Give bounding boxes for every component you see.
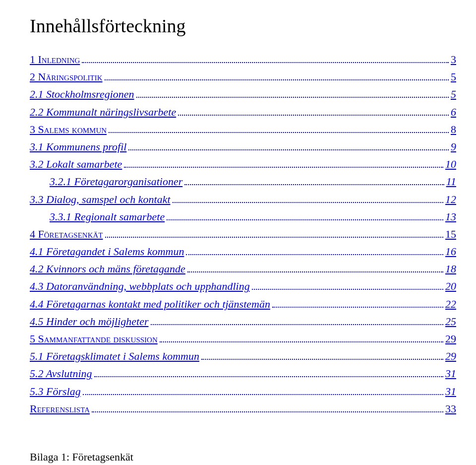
toc-entry-link[interactable]: 3 Salems kommun bbox=[30, 121, 107, 138]
appendix-list: Bilaga 1: FöretagsenkätBilaga 2: Intervj… bbox=[30, 447, 456, 465]
toc-entry: 3.2 Lokalt samarbete10 bbox=[30, 155, 456, 173]
toc-page-link[interactable]: 33 bbox=[445, 400, 456, 417]
toc-entry-link[interactable]: 5.2 Avslutning bbox=[30, 365, 92, 382]
toc-entry-link[interactable]: 1 Inledning bbox=[30, 51, 80, 68]
page: Innehållsförteckning 1 Inledning32 Närin… bbox=[0, 0, 476, 465]
toc-entry: 4.1 Företagandet i Salems kommun16 bbox=[30, 243, 456, 260]
toc-entry-link[interactable]: 4.4 Företagarnas kontakt med politiker o… bbox=[30, 295, 270, 313]
toc-leaders bbox=[167, 208, 443, 220]
toc-leaders bbox=[94, 365, 444, 377]
toc-entry-link[interactable]: 3.3.1 Regionalt samarbete bbox=[50, 208, 165, 225]
toc-leaders bbox=[124, 156, 443, 168]
toc-entry: 3 Salems kommun8 bbox=[30, 121, 456, 138]
toc-page-link[interactable]: 12 bbox=[445, 191, 456, 208]
toc-entry-link[interactable]: 5.3 Förslag bbox=[30, 383, 81, 400]
toc-entry-link[interactable]: 5.1 Företagsklimatet i Salems kommun bbox=[30, 347, 199, 365]
toc-entry-link[interactable]: 4.1 Företagandet i Salems kommun bbox=[30, 243, 184, 260]
toc-entry-link[interactable]: 4 Företagsenkät bbox=[30, 225, 103, 243]
toc-page-link[interactable]: 8 bbox=[451, 121, 456, 138]
toc-page-link[interactable]: 20 bbox=[445, 277, 456, 295]
toc-entry-link[interactable]: 4.3 Datoranvändning, webbplats och uppha… bbox=[30, 277, 250, 295]
toc-entry: 5.1 Företagsklimatet i Salems kommun29 bbox=[30, 347, 456, 365]
toc-entry: 2.1 Stockholmsregionen5 bbox=[30, 85, 456, 103]
page-title: Innehållsförteckning bbox=[30, 15, 456, 37]
toc-entry: 1 Inledning3 bbox=[30, 51, 456, 68]
toc-entry: 5.2 Avslutning31 bbox=[30, 365, 456, 382]
toc-entry: 2.2 Kommunalt näringslivsarbete6 bbox=[30, 103, 456, 121]
toc-entry-link[interactable]: Referenslista bbox=[30, 400, 90, 417]
toc-entry-link[interactable]: 4.2 Kvinnors och mäns företagande bbox=[30, 260, 185, 277]
toc-page-link[interactable]: 13 bbox=[445, 208, 456, 225]
toc-entry: 4 Företagsenkät15 bbox=[30, 225, 456, 243]
toc-entry-link[interactable]: 4.5 Hinder och möjligheter bbox=[30, 313, 149, 330]
toc-leaders bbox=[186, 243, 443, 255]
toc-page-link[interactable]: 25 bbox=[445, 313, 456, 330]
toc-entry-link[interactable]: 3.3 Dialog, samspel och kontakt bbox=[30, 191, 171, 208]
toc-leaders bbox=[136, 86, 449, 98]
toc-entry-link[interactable]: 3.2 Lokalt samarbete bbox=[30, 155, 122, 173]
toc-leaders bbox=[109, 121, 449, 133]
toc-page-link[interactable]: 18 bbox=[445, 260, 456, 277]
toc-leaders bbox=[178, 104, 449, 116]
toc-entry: 3.3 Dialog, samspel och kontakt12 bbox=[30, 191, 456, 208]
toc-page-link[interactable]: 31 bbox=[445, 383, 456, 400]
toc-entry-link[interactable]: 3.1 Kommunens profil bbox=[30, 138, 126, 155]
toc-entry-link[interactable]: 2.1 Stockholmsregionen bbox=[30, 85, 134, 103]
toc-page-link[interactable]: 3 bbox=[451, 51, 456, 68]
toc-leaders bbox=[82, 51, 449, 63]
toc-page-link[interactable]: 16 bbox=[445, 243, 456, 260]
toc-page-link[interactable]: 6 bbox=[451, 103, 456, 121]
toc-entry: 3.1 Kommunens profil9 bbox=[30, 138, 456, 155]
toc-entry-link[interactable]: 2 Näringspolitik bbox=[30, 68, 103, 85]
toc-page-link[interactable]: 9 bbox=[451, 138, 456, 155]
toc-entry: 4.4 Företagarnas kontakt med politiker o… bbox=[30, 295, 456, 313]
toc-leaders bbox=[160, 331, 443, 342]
toc-leaders bbox=[151, 313, 443, 325]
toc-leaders bbox=[105, 226, 443, 238]
toc-entry: 4.5 Hinder och möjligheter25 bbox=[30, 313, 456, 330]
toc-page-link[interactable]: 22 bbox=[445, 295, 456, 313]
toc-leaders bbox=[83, 383, 443, 395]
appendix-item: Bilaga 1: Företagsenkät bbox=[30, 447, 456, 465]
toc-leaders bbox=[184, 173, 444, 185]
toc-page-link[interactable]: 29 bbox=[445, 330, 456, 347]
toc-leaders bbox=[173, 191, 443, 203]
toc-leaders bbox=[128, 138, 449, 150]
toc-entry-link[interactable]: 3.2.1 Företagarorganisationer bbox=[50, 173, 182, 190]
toc-leaders bbox=[92, 400, 443, 412]
toc-leaders bbox=[105, 68, 449, 80]
toc-leaders bbox=[187, 261, 443, 272]
toc-page-link[interactable]: 5 bbox=[451, 85, 456, 103]
toc-entry: 4.2 Kvinnors och mäns företagande18 bbox=[30, 260, 456, 277]
toc-entry: 2 Näringspolitik5 bbox=[30, 68, 456, 85]
toc-entry: 3.2.1 Företagarorganisationer11 bbox=[50, 173, 456, 190]
toc-leaders bbox=[201, 348, 443, 360]
toc-entry: 4.3 Datoranvändning, webbplats och uppha… bbox=[30, 277, 456, 295]
toc-entry: 3.3.1 Regionalt samarbete13 bbox=[50, 208, 456, 225]
toc-entry-link[interactable]: 5 Sammanfattande diskussion bbox=[30, 330, 158, 347]
toc-page-link[interactable]: 31 bbox=[445, 365, 456, 382]
table-of-contents: 1 Inledning32 Näringspolitik52.1 Stockho… bbox=[30, 51, 456, 417]
toc-leaders bbox=[252, 278, 443, 290]
toc-leaders bbox=[272, 296, 443, 308]
toc-page-link[interactable]: 29 bbox=[445, 347, 456, 365]
toc-entry: 5.3 Förslag31 bbox=[30, 383, 456, 400]
toc-page-link[interactable]: 10 bbox=[445, 155, 456, 173]
toc-entry: 5 Sammanfattande diskussion29 bbox=[30, 330, 456, 347]
toc-page-link[interactable]: 15 bbox=[445, 225, 456, 243]
toc-entry: Referenslista33 bbox=[30, 400, 456, 417]
toc-entry-link[interactable]: 2.2 Kommunalt näringslivsarbete bbox=[30, 103, 176, 121]
toc-page-link[interactable]: 11 bbox=[446, 173, 456, 190]
toc-page-link[interactable]: 5 bbox=[451, 68, 456, 85]
